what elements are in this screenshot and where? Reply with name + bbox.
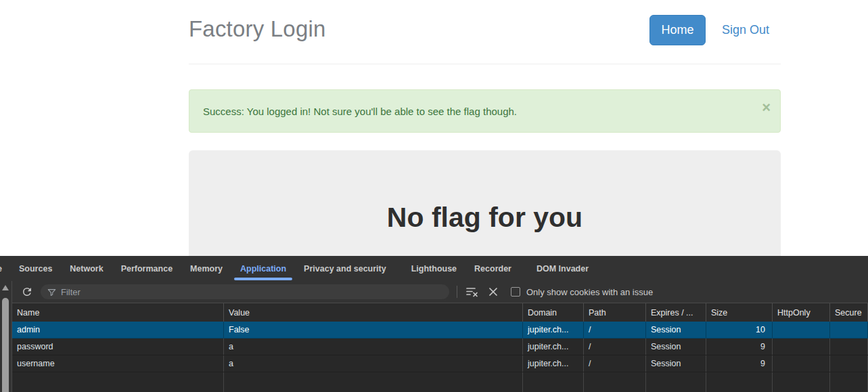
cookie-domain[interactable]: jupiter.ch... [523, 322, 584, 338]
cookie-name[interactable]: password [12, 339, 224, 355]
cookie-httponly[interactable] [773, 322, 830, 338]
cookie-row-password[interactable]: password a jupiter.ch... / Session 9 [12, 339, 868, 355]
clear-filter-icon[interactable] [463, 284, 480, 300]
cookie-size[interactable]: 9 [706, 355, 773, 372]
sidebar-scrollbar [0, 281, 12, 392]
cookie-expires[interactable]: Session [646, 339, 706, 355]
success-alert-text: Success: You logged in! Not sure you'll … [203, 106, 517, 117]
cookie-secure[interactable] [830, 322, 868, 338]
cookie-value[interactable]: a [224, 355, 523, 372]
alert-close-icon[interactable]: × [762, 100, 771, 115]
signout-link[interactable]: Sign Out [722, 15, 769, 45]
tab-sources[interactable]: Sources [10, 256, 61, 281]
column-header-expires[interactable]: Expires / ... [646, 303, 706, 322]
no-flag-heading: No flag for you [189, 202, 781, 234]
cookies-table: Name Value Domain Path Expires / ... Siz… [12, 303, 868, 392]
cookie-domain[interactable]: jupiter.ch... [523, 339, 584, 355]
tab-privacy-and-security[interactable]: Privacy and security [295, 256, 395, 281]
cookie-size[interactable]: 10 [706, 322, 773, 338]
filter-input[interactable] [61, 287, 426, 297]
tab-console-partial[interactable]: e [0, 256, 2, 281]
issue-filter-checkbox[interactable] [511, 287, 520, 297]
column-header-path[interactable]: Path [584, 303, 646, 322]
success-alert: Success: You logged in! Not sure you'll … [189, 89, 781, 133]
issue-filter-label[interactable]: Only show cookies with an issue [526, 287, 653, 297]
cookie-row-username[interactable]: username a jupiter.ch... / Session 9 [12, 355, 868, 372]
tab-application[interactable]: Application [231, 256, 295, 281]
home-button[interactable]: Home [649, 15, 706, 45]
devtools-tabbar: e Sources Network Performance Memory App… [0, 256, 868, 281]
tab-performance[interactable]: Performance [112, 256, 181, 281]
cookie-httponly[interactable] [773, 339, 830, 355]
filter-box[interactable] [41, 284, 449, 299]
page-content: Factory Login Home Sign Out Success: You… [189, 0, 781, 256]
column-header-secure[interactable]: Secure [830, 303, 868, 322]
refresh-icon[interactable] [19, 284, 35, 300]
tab-lighthouse[interactable]: Lighthouse [395, 256, 465, 281]
cookies-table-empty-area [12, 372, 868, 392]
cookie-size[interactable]: 9 [706, 339, 773, 355]
cookie-value[interactable]: False [224, 322, 523, 338]
scrollbar-up-arrow-icon[interactable] [2, 285, 9, 290]
cookies-toolbar: Only show cookies with an issue [12, 281, 868, 303]
column-header-name[interactable]: Name [12, 303, 224, 322]
cookie-expires[interactable]: Session [646, 322, 706, 338]
cookie-expires[interactable]: Session [646, 355, 706, 372]
column-header-size[interactable]: Size [706, 303, 773, 322]
devtools-panel: e Sources Network Performance Memory App… [0, 256, 868, 392]
cookie-row-admin[interactable]: admin False jupiter.ch... / Session 10 [12, 322, 868, 339]
cookies-table-header: Name Value Domain Path Expires / ... Siz… [12, 303, 868, 322]
toolbar-divider [457, 286, 457, 298]
cookie-secure[interactable] [830, 355, 868, 372]
header-divider [189, 64, 781, 64]
tab-recorder[interactable]: Recorder [465, 256, 520, 281]
column-header-domain[interactable]: Domain [523, 303, 584, 322]
screen: Factory Login Home Sign Out Success: You… [0, 0, 868, 392]
cookie-domain[interactable]: jupiter.ch... [523, 355, 584, 372]
page-title: Factory Login [189, 16, 326, 42]
cookie-path[interactable]: / [584, 339, 646, 355]
tab-dom-invader[interactable]: DOM Invader [520, 256, 597, 281]
cookie-path[interactable]: / [584, 355, 646, 372]
column-header-httponly[interactable]: HttpOnly [773, 303, 830, 322]
cookie-value[interactable]: a [224, 339, 523, 355]
clear-all-cookies-icon[interactable] [485, 284, 501, 300]
scrollbar-thumb[interactable] [2, 298, 9, 392]
column-header-value[interactable]: Value [224, 303, 523, 322]
tab-network[interactable]: Network [61, 256, 112, 281]
funnel-icon [47, 288, 56, 297]
cookie-name[interactable]: username [12, 355, 224, 372]
tab-memory[interactable]: Memory [181, 256, 231, 281]
cookie-name[interactable]: admin [12, 322, 224, 338]
cookie-httponly[interactable] [773, 355, 830, 372]
cookie-path[interactable]: / [584, 322, 646, 338]
cookie-secure[interactable] [830, 339, 868, 355]
